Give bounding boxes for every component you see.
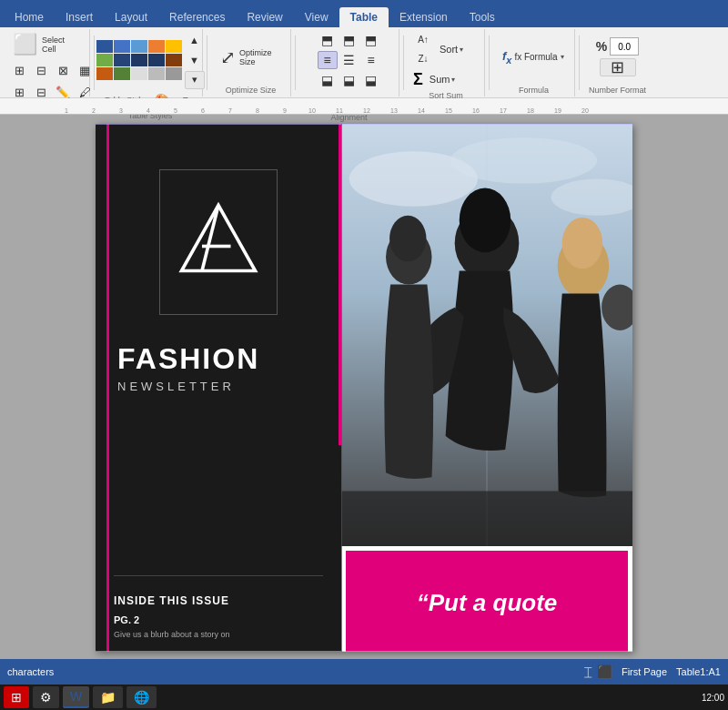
select-cell-group: ⬜ Select Cell ⊞ ⊟ ⊠ ▦ ⊞ ⊟ ✏️ 🖊 Select Ce…	[4, 29, 90, 96]
table-grid-icon-3[interactable]: ⊠	[53, 62, 73, 80]
style-swatch-9[interactable]	[148, 54, 165, 66]
status-page: First Page	[622, 666, 667, 677]
table-grid-icon-2[interactable]: ⊟	[31, 62, 51, 80]
align-bottom-right[interactable]: ⬓	[361, 71, 381, 89]
style-swatch-8[interactable]	[131, 54, 147, 66]
align-top-center[interactable]: ⬒	[339, 31, 359, 49]
sort-dropdown-arrow: ▾	[460, 46, 463, 54]
tab-extension[interactable]: Extension	[389, 7, 459, 27]
style-swatch-11[interactable]	[96, 67, 113, 80]
style-swatch-13[interactable]	[131, 67, 147, 80]
ruler: 1 2 3 4 5 6 7 8 9 10 11 12 13 14 15 16 1…	[0, 98, 728, 115]
tab-table[interactable]: Table	[339, 7, 389, 27]
align-middle-left[interactable]: ≡	[318, 51, 338, 69]
ruler-mark: 15	[435, 107, 462, 114]
formula-group: fx fx Formula ▾ Formula	[493, 29, 575, 96]
sort-button[interactable]: Sort ▾	[436, 42, 467, 56]
taskbar-clock: 12:00	[702, 692, 724, 704]
align-middle-row: ≡ ☰ ≡	[318, 51, 381, 69]
formula-button[interactable]: fx fx Formula ▾	[499, 47, 568, 67]
ruler-mark: 20	[571, 107, 599, 114]
table-styles-expand[interactable]: ▾	[185, 71, 205, 89]
number-format-group: % ⊞ Number Format	[583, 29, 652, 96]
select-cell-button[interactable]: ⬜ Select Cell	[9, 31, 84, 58]
taskbar-settings[interactable]: ⚙	[33, 686, 59, 708]
align-bottom-left[interactable]: ⬓	[318, 71, 338, 89]
ruler-mark: 6	[189, 107, 217, 114]
style-swatch-14[interactable]	[148, 67, 165, 80]
windows-icon: ⊞	[11, 690, 22, 705]
sort-za-icon[interactable]: Z↓	[413, 50, 433, 68]
table-styles-down[interactable]: ▼	[185, 51, 205, 69]
align-middle-center[interactable]: ☰	[339, 51, 359, 69]
table-styles-up[interactable]: ▲	[185, 31, 205, 49]
optimize-size-icon: ⤢	[220, 46, 236, 68]
tab-references[interactable]: References	[158, 7, 236, 27]
doc-left-column: FASHION NEWSLETTER INSIDE THIS ISSUE PG.…	[96, 124, 341, 652]
pink-accent-left	[106, 124, 109, 652]
sum-button[interactable]: Sum ▾	[426, 72, 460, 86]
tab-review[interactable]: Review	[236, 7, 293, 27]
document-page: FASHION NEWSLETTER INSIDE THIS ISSUE PG.…	[96, 124, 632, 652]
align-top-left[interactable]: ⬒	[318, 31, 338, 49]
ruler-mark: 7	[217, 107, 244, 114]
start-button[interactable]: ⊞	[4, 686, 29, 708]
style-swatch-6[interactable]	[96, 54, 113, 66]
style-swatch-2[interactable]	[114, 40, 130, 53]
sort-az-icon[interactable]: A↑	[413, 31, 433, 49]
style-swatch-7[interactable]	[114, 54, 130, 66]
align-bottom-center[interactable]: ⬓	[339, 71, 359, 89]
ruler-mark: 9	[271, 107, 298, 114]
sort-sum-group: A↑ Z↓ Sort ▾ Σ Sum ▾ Sort Sum	[408, 29, 485, 96]
style-swatch-10[interactable]	[166, 54, 182, 66]
status-characters: characters	[7, 666, 575, 677]
taskbar-browser-icon: 🌐	[134, 690, 149, 705]
table-grid-icon-4[interactable]: ▦	[75, 62, 95, 80]
style-swatch-5[interactable]	[166, 40, 182, 53]
ribbon-tabs-bar: Home Insert Layout References Review Vie…	[0, 0, 728, 27]
tab-tools[interactable]: Tools	[459, 7, 506, 27]
svg-point-5	[450, 137, 597, 183]
optimize-size-group: ⤢ Optimize Size Optimize Size	[211, 29, 291, 96]
doc-right-column: “Put a quote	[341, 124, 632, 652]
select-cell-icon: ⬜	[13, 33, 37, 56]
taskbar-file[interactable]: 📁	[93, 686, 123, 708]
number-format-input[interactable]	[610, 37, 639, 56]
style-swatch-1[interactable]	[96, 40, 113, 53]
align-bottom-row: ⬓ ⬓ ⬓	[318, 71, 381, 89]
taskbar-word[interactable]: W	[63, 686, 89, 708]
optimize-size-button[interactable]: ⤢ Optimize Size	[217, 45, 285, 70]
svg-rect-15	[341, 491, 632, 546]
separator-3	[295, 36, 296, 90]
svg-marker-0	[182, 206, 256, 271]
svg-point-9	[460, 188, 511, 253]
number-format-group-label: Number Format	[589, 86, 646, 95]
align-middle-right[interactable]: ≡	[361, 51, 381, 69]
doc-area: FASHION NEWSLETTER INSIDE THIS ISSUE PG.…	[0, 115, 728, 659]
ruler-mark: 10	[298, 107, 326, 114]
svg-point-11	[389, 216, 426, 261]
style-swatch-3[interactable]	[131, 40, 147, 53]
quote-box: “Put a quote	[343, 548, 631, 652]
tab-view[interactable]: View	[294, 7, 339, 27]
inside-description: Give us a blurb about a story on	[114, 629, 323, 641]
style-swatch-4[interactable]	[148, 40, 165, 53]
table-grid-icon-1[interactable]: ⊞	[9, 62, 29, 80]
logo-svg	[177, 201, 259, 283]
tab-home[interactable]: Home	[4, 7, 55, 27]
taskbar-browser[interactable]: 🌐	[126, 686, 157, 708]
style-swatch-15[interactable]	[166, 67, 182, 80]
number-format-layout-icon[interactable]: ⊞	[600, 58, 636, 76]
tab-layout[interactable]: Layout	[104, 7, 158, 27]
formula-group-label: Formula	[519, 86, 549, 95]
ruler-mark: 19	[544, 107, 571, 114]
table-styles-group: ▲ ▼ ▾ Table Styles 🎨 ▾ Table Styles	[98, 29, 203, 96]
ruler-mark: 14	[408, 107, 435, 114]
newsletter-subtitle: NEWSLETTER	[114, 380, 323, 393]
style-swatch-12[interactable]	[114, 67, 130, 80]
ruler-mark: 5	[162, 107, 189, 114]
ruler-mark: 12	[353, 107, 380, 114]
align-top-right[interactable]: ⬒	[361, 31, 381, 49]
ruler-mark: 4	[135, 107, 162, 114]
tab-insert[interactable]: Insert	[55, 7, 104, 27]
